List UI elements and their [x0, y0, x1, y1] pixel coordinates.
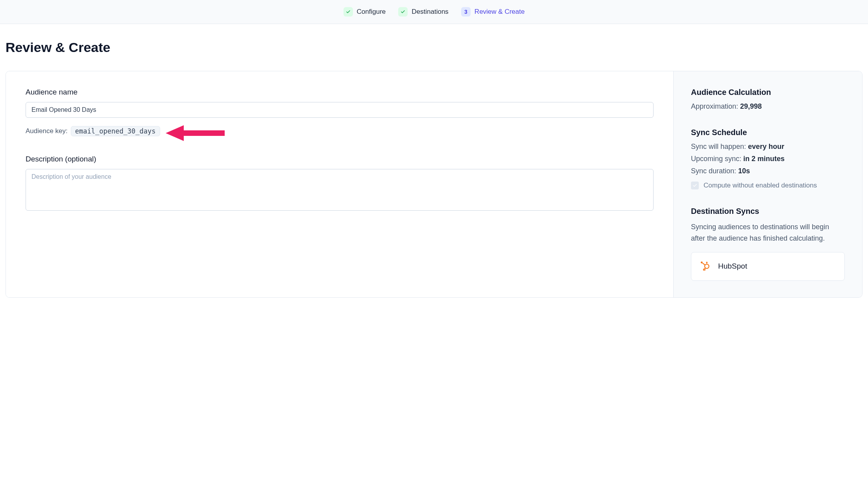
step-configure[interactable]: Configure [344, 7, 386, 17]
destination-syncs-section: Destination Syncs Syncing audiences to d… [691, 207, 845, 281]
check-icon [344, 7, 353, 17]
compute-without-dest-row[interactable]: Compute without enabled destinations [691, 182, 845, 189]
sync-schedule-section: Sync Schedule Sync will happen: every ho… [691, 128, 845, 189]
audience-key-row: Audience key: email_opened_30_days [26, 123, 654, 139]
main-panel: Audience name Audience key: email_opened… [6, 71, 862, 298]
svg-point-1 [705, 264, 709, 268]
svg-point-4 [704, 269, 705, 270]
step-label: Review & Create [475, 8, 525, 16]
svg-line-7 [705, 268, 705, 269]
check-icon [398, 7, 408, 17]
sync-happen-line: Sync will happen: every hour [691, 143, 845, 151]
svg-point-2 [706, 262, 707, 263]
destination-name: HubSpot [718, 262, 747, 271]
sync-upcoming-line: Upcoming sync: in 2 minutes [691, 155, 845, 163]
destination-card[interactable]: HubSpot [691, 252, 845, 281]
audience-key-value: email_opened_30_days [71, 126, 160, 136]
summary-panel: Audience Calculation Approximation: 29,9… [673, 71, 862, 297]
dest-title: Destination Syncs [691, 207, 845, 216]
approximation-line: Approximation: 29,998 [691, 102, 845, 111]
step-number-badge: 3 [461, 7, 471, 17]
description-input[interactable] [26, 169, 654, 211]
stepper-bar: Configure Destinations 3 Review & Create [0, 0, 868, 24]
svg-line-6 [703, 263, 705, 265]
audience-key-label: Audience key: [26, 127, 68, 135]
audience-name-input[interactable] [26, 102, 654, 118]
description-label: Description (optional) [26, 155, 654, 163]
calculation-section: Audience Calculation Approximation: 29,9… [691, 88, 845, 111]
dest-desc: Syncing audiences to destinations will b… [691, 221, 845, 244]
calculation-title: Audience Calculation [691, 88, 845, 97]
page-title: Review & Create [0, 24, 868, 71]
step-label: Destinations [412, 8, 449, 16]
sync-duration-line: Sync duration: 10s [691, 167, 845, 175]
annotation-arrow-icon [166, 123, 221, 139]
hubspot-icon [700, 260, 710, 273]
svg-point-3 [701, 262, 703, 263]
form-panel: Audience name Audience key: email_opened… [6, 71, 673, 297]
compute-label: Compute without enabled destinations [704, 182, 817, 189]
svg-marker-0 [166, 125, 184, 141]
audience-name-label: Audience name [26, 88, 654, 96]
step-destinations[interactable]: Destinations [398, 7, 449, 17]
step-label: Configure [357, 8, 386, 16]
checkbox-icon[interactable] [691, 182, 699, 189]
sync-title: Sync Schedule [691, 128, 845, 137]
step-review-create[interactable]: 3 Review & Create [461, 7, 525, 17]
